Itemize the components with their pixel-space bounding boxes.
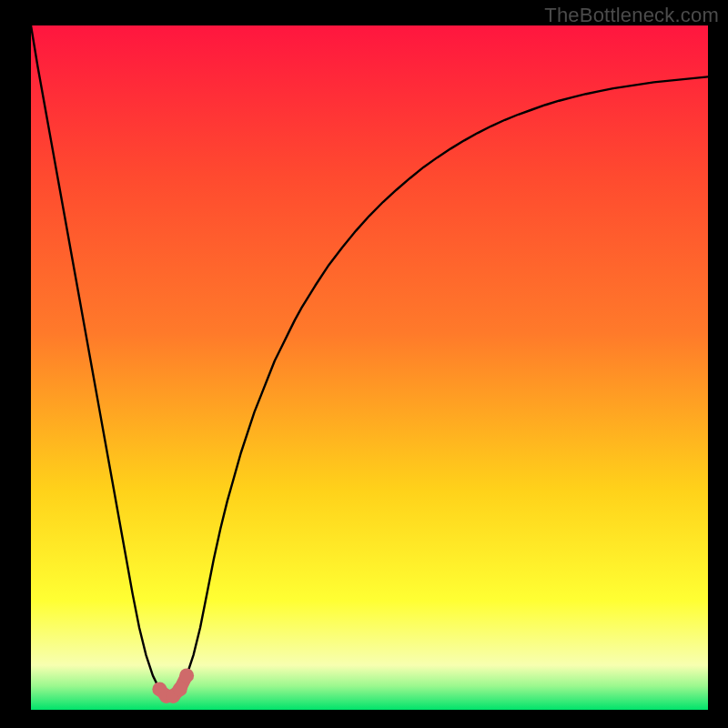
- optimal-marker-dot: [173, 682, 187, 696]
- watermark-label: TheBottleneck.com: [544, 4, 719, 27]
- optimal-marker-dot: [179, 668, 194, 682]
- outer-frame: TheBottleneck.com: [0, 0, 728, 728]
- chart-plot-area: [31, 25, 708, 710]
- gradient-background: [31, 25, 708, 710]
